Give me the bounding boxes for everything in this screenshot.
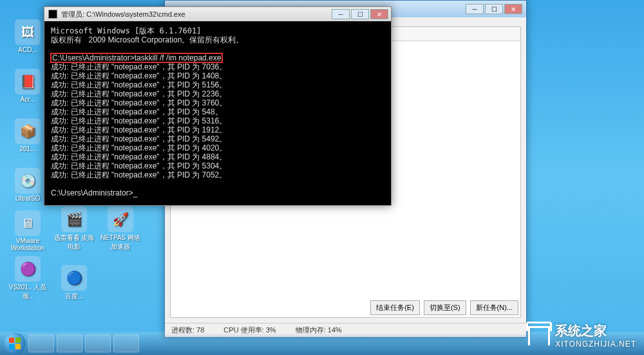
watermark-url: XITONGZHIJIA.NET <box>555 340 636 349</box>
svg-rect-3 <box>15 344 21 349</box>
svg-rect-2 <box>9 344 14 349</box>
icon-label: Acr... <box>21 96 35 103</box>
icon-label: UltraISO <box>15 195 40 202</box>
app-icon: 🚀 <box>108 206 133 232</box>
svg-rect-0 <box>9 338 14 343</box>
app-icon: 🖼 <box>15 19 41 45</box>
app-icon: 🔵 <box>61 265 87 291</box>
icon-label: 201... <box>19 145 35 152</box>
close-button[interactable]: ✕ <box>504 4 522 14</box>
icon-label: NETPAS 网络加速器 <box>98 233 143 251</box>
watermark-logo-icon <box>528 326 550 345</box>
desktop-icon[interactable]: 🟣VS201.. 人员颈.. <box>5 253 50 301</box>
app-icon: 💿 <box>15 168 41 194</box>
icon-label: ACD... <box>18 46 37 53</box>
switch-to-button[interactable]: 切换至(S) <box>424 300 466 315</box>
windows-logo-icon <box>8 337 21 350</box>
icon-label: 迅雷看看 皮海电影 <box>52 233 97 251</box>
cmd-title-text: 管理员: C:\Windows\system32\cmd.exe <box>61 10 185 19</box>
icon-label: 百度... <box>65 292 83 301</box>
icon-label: VS201.. 人员颈.. <box>5 283 50 301</box>
end-task-button[interactable]: 结束任务(E) <box>370 300 420 315</box>
cmd-output[interactable]: Microsoft Windows [版本 6.1.7601] 版权所有 200… <box>47 24 388 203</box>
desktop: 🖼ACD...📷8 (...📁📕Acr...📄⚙📦201...📁🧩💿UltraI… <box>0 0 644 355</box>
taskbar-item[interactable] <box>85 334 111 352</box>
app-icon: 📦 <box>15 118 41 144</box>
cmd-close-button[interactable]: ✕ <box>370 9 388 19</box>
icon-label: VMware Workstation <box>5 237 50 251</box>
start-button[interactable] <box>4 332 26 354</box>
cmd-window[interactable]: 管理员: C:\Windows\system32\cmd.exe ─ ☐ ✕ M… <box>44 6 392 206</box>
app-icon: 🎬 <box>61 206 87 232</box>
desktop-icon[interactable]: 🔵百度... <box>52 253 97 301</box>
taskbar-item[interactable] <box>113 334 139 352</box>
desktop-icon[interactable]: 🚀NETPAS 网络加速器 <box>98 203 143 251</box>
maximize-button[interactable]: ☐ <box>485 4 503 14</box>
cmd-icon <box>48 10 57 19</box>
app-icon: 📕 <box>15 69 41 95</box>
watermark-brand: 系统之家 <box>555 323 607 338</box>
desktop-icon[interactable]: 🎬迅雷看看 皮海电影 <box>52 203 97 251</box>
svg-rect-1 <box>15 338 21 343</box>
app-icon: 🟣 <box>15 256 41 282</box>
desktop-icon[interactable]: 🖥VMware Workstation <box>5 203 50 251</box>
minimize-button[interactable]: ─ <box>466 4 484 14</box>
cmd-titlebar[interactable]: 管理员: C:\Windows\system32\cmd.exe ─ ☐ ✕ <box>44 7 391 21</box>
taskmgr-action-buttons: 结束任务(E) 切换至(S) 新任务(N)... <box>370 300 518 315</box>
taskbar-item[interactable] <box>28 334 54 352</box>
cmd-maximize-button[interactable]: ☐ <box>351 9 369 19</box>
highlighted-command: C:\Users\Administrator>taskkill /f /im n… <box>51 53 222 62</box>
cmd-minimize-button[interactable]: ─ <box>332 9 350 19</box>
taskbar-item[interactable] <box>57 334 82 352</box>
new-task-button[interactable]: 新任务(N)... <box>470 300 518 315</box>
watermark: 系统之家 XITONGZHIJIA.NET <box>528 322 636 349</box>
app-icon: 🖥 <box>15 210 41 236</box>
